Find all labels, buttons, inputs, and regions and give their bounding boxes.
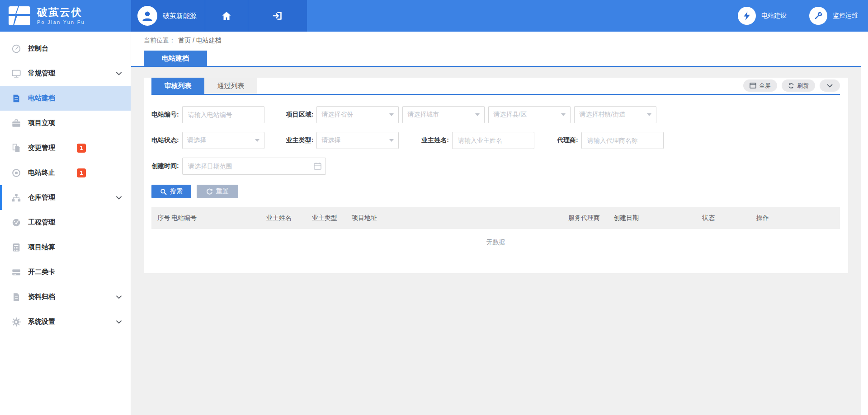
station-status-placeholder: 请选择: [187, 136, 255, 145]
town-select[interactable]: 请选择村镇/街道: [574, 106, 656, 123]
caret-down-icon: [255, 139, 259, 142]
station-no-input[interactable]: [182, 106, 264, 123]
wrench-icon: [809, 7, 827, 25]
sidebar-item-label: 变更管理: [28, 144, 55, 152]
chevron-down-icon: [827, 84, 833, 88]
calendar-icon: [314, 162, 321, 170]
sidebar-item-console[interactable]: 控制台: [0, 36, 131, 61]
col-station-no: 电站编号: [171, 214, 266, 222]
date-range-picker[interactable]: [182, 158, 326, 175]
sidebar-item-type2-card[interactable]: 开二类卡: [0, 260, 131, 284]
owner-type-label: 业主类型:: [286, 136, 314, 145]
document-icon: [11, 93, 21, 103]
collapse-button[interactable]: [820, 79, 840, 92]
user-avatar-icon: [137, 6, 157, 26]
col-actions: 操作: [756, 214, 840, 222]
home-button[interactable]: [205, 0, 248, 32]
city-select[interactable]: 请选择城市: [402, 106, 485, 123]
fullscreen-icon: [750, 83, 756, 89]
sidebar-item-warehouse-mgmt[interactable]: 仓库管理: [0, 185, 131, 210]
station-status-label: 电站状态:: [151, 136, 179, 145]
station-no-label: 电站编号:: [151, 111, 179, 119]
chevron-down-icon: [116, 72, 122, 75]
caret-down-icon: [389, 139, 394, 142]
agent-input[interactable]: [581, 132, 664, 149]
col-owner-name: 业主姓名: [266, 214, 312, 222]
sidebar-item-label: 电站建档: [28, 94, 55, 103]
page-tab-station-archive[interactable]: 电站建档: [144, 51, 207, 66]
filter-row-1: 电站编号: 项目区域: 请选择省份 请选择城市 请选择县/: [151, 106, 840, 123]
nav-station-build[interactable]: 电站建设: [738, 0, 787, 32]
results-table: 序号 电站编号 业主姓名 业主类型 项目地址 服务代理商 创建日期 状态 操作 …: [151, 207, 840, 256]
col-created-date: 创建日期: [613, 214, 702, 222]
breadcrumb-path[interactable]: 首页 / 电站建档: [178, 37, 222, 45]
user-account[interactable]: 破茧新能源: [131, 0, 205, 32]
province-select[interactable]: 请选择省份: [316, 106, 399, 123]
active-marker: [0, 185, 2, 210]
sidebar-item-change-mgmt[interactable]: 变更管理 1: [0, 135, 131, 160]
header-user-section: 破茧新能源: [131, 0, 307, 32]
sidebar-item-station-terminate[interactable]: 电站终止 1: [0, 160, 131, 185]
search-label: 搜索: [170, 187, 183, 196]
owner-type-select[interactable]: 请选择: [316, 132, 399, 149]
caret-down-icon: [647, 113, 651, 116]
sidebar-item-label: 常规管理: [28, 69, 55, 78]
sidebar-item-system-settings[interactable]: 系统设置: [0, 309, 131, 334]
agent-label: 代理商:: [557, 136, 578, 145]
station-status-select[interactable]: 请选择: [182, 132, 264, 149]
sidebar-item-data-archive[interactable]: 资料归档: [0, 284, 131, 309]
sidebar-item-station-archive[interactable]: 电站建档: [0, 86, 131, 111]
header-spacer: [307, 0, 738, 32]
nav-station-build-label: 电站建设: [761, 12, 787, 20]
created-time-label: 创建时间:: [151, 162, 179, 170]
city-placeholder: 请选择城市: [407, 111, 475, 119]
reset-button[interactable]: 重置: [197, 185, 238, 198]
stop-circle-icon: [11, 168, 21, 178]
tab-review-list[interactable]: 审核列表: [151, 78, 204, 94]
reset-label: 重置: [216, 187, 229, 196]
owner-name-input[interactable]: [452, 132, 534, 149]
sidebar-item-project-settlement[interactable]: 项目结算: [0, 235, 131, 260]
monitor-icon: [11, 69, 21, 79]
filter-row-2: 电站状态: 请选择 业主类型: 请选择 业主姓名: 代理商:: [151, 132, 840, 149]
col-index: 序号: [157, 214, 171, 222]
sidebar-item-project-initiation[interactable]: 项目立项: [0, 111, 131, 135]
reset-icon: [206, 188, 213, 195]
refresh-button[interactable]: 刷新: [782, 79, 815, 92]
sidebar-item-general-mgmt[interactable]: 常规管理: [0, 61, 131, 86]
logo-icon: [8, 5, 31, 26]
briefcase-icon: [11, 118, 21, 128]
sidebar-item-label: 开二类卡: [28, 268, 55, 276]
station-terminate-badge: 1: [77, 168, 86, 177]
scrollbar-track[interactable]: [861, 32, 868, 415]
chevron-down-icon: [116, 295, 122, 299]
sidebar-item-engineering-mgmt[interactable]: 工程管理: [0, 210, 131, 235]
calculator-icon: [11, 242, 21, 252]
logo-title: 破茧云伏: [37, 7, 85, 18]
col-owner-type: 业主类型: [312, 214, 352, 222]
change-mgmt-badge: 1: [77, 144, 86, 153]
sidebar-item-label: 电站终止: [28, 168, 55, 177]
search-button[interactable]: 搜索: [151, 185, 191, 198]
tab-passed-list[interactable]: 通过列表: [204, 78, 257, 94]
filter-row-3: 创建时间:: [151, 158, 840, 175]
home-icon: [221, 10, 232, 21]
date-range-input[interactable]: [182, 158, 326, 175]
town-placeholder: 请选择村镇/街道: [579, 111, 647, 119]
region-label: 项目区域:: [286, 111, 314, 119]
nav-monitor-ops[interactable]: 监控运维: [809, 0, 858, 32]
empty-state-text: 无数据: [151, 229, 840, 256]
chevron-down-icon: [116, 320, 122, 324]
col-service-agent: 服务代理商: [568, 214, 613, 222]
logo-subtitle: Po Jian Yun Fu: [37, 19, 85, 25]
logout-button[interactable]: [248, 0, 307, 32]
fullscreen-button[interactable]: 全屏: [743, 79, 777, 92]
sidebar-item-label: 资料归档: [28, 293, 55, 301]
gear-icon: [11, 317, 21, 327]
refresh-label: 刷新: [797, 82, 809, 90]
sidebar-item-label: 项目立项: [28, 119, 55, 127]
caret-down-icon: [475, 113, 480, 116]
district-select[interactable]: 请选择县/区: [488, 106, 571, 123]
caret-down-icon: [389, 113, 394, 116]
main-content: 当前位置： 首页 / 电站建档 电站建档 审核列表 通过列表 全屏: [131, 32, 868, 415]
